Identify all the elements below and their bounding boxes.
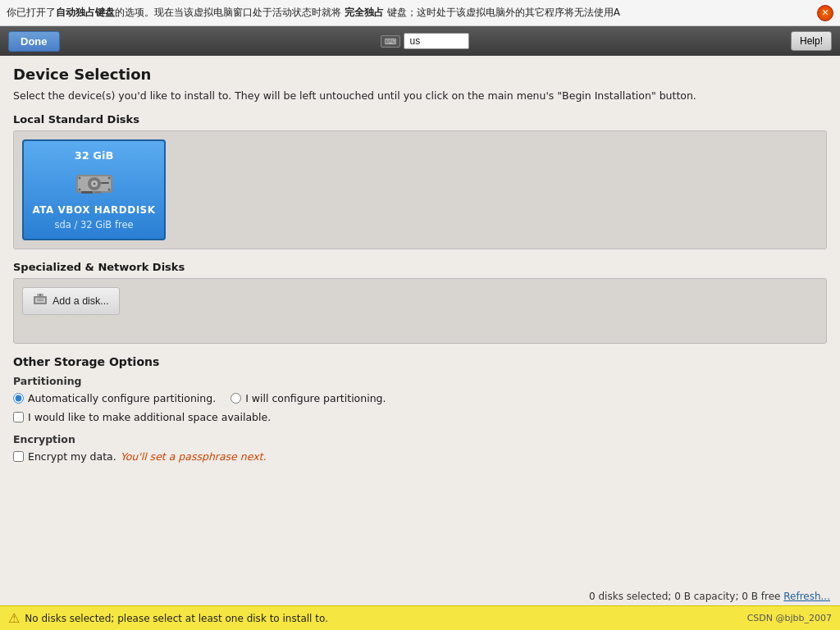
svg-point-4: [93, 183, 95, 185]
local-disks-label: Local Standard Disks: [13, 113, 827, 126]
warning-text: No disks selected; please select at leas…: [25, 613, 328, 624]
svg-rect-15: [37, 300, 43, 301]
svg-rect-7: [94, 191, 101, 194]
other-storage-title: Other Storage Options: [13, 355, 827, 368]
svg-rect-17: [39, 294, 41, 296]
svg-rect-14: [37, 299, 43, 299]
svg-point-9: [107, 177, 110, 180]
encryption-row: Encrypt my data. You'll set a passphrase…: [13, 450, 827, 463]
manual-partitioning-label: I will configure partitioning.: [245, 392, 386, 404]
done-button[interactable]: Done: [8, 31, 60, 52]
auto-partitioning-option[interactable]: Automatically configure partitioning.: [13, 392, 216, 404]
svg-point-8: [78, 177, 80, 180]
auto-partitioning-radio[interactable]: [13, 393, 24, 404]
encrypt-note: You'll set a passphrase next.: [121, 450, 267, 463]
auto-partitioning-label: Automatically configure partitioning.: [28, 392, 216, 404]
encrypt-checkbox[interactable]: [13, 451, 24, 462]
network-disk-icon: [33, 293, 48, 306]
notification-bar: 你已打开了自动独占键盘的选项。现在当该虚拟电脑窗口处于活动状态时就将 完全独占 …: [0, 0, 840, 26]
disk-tile[interactable]: 32 GiB: [22, 139, 166, 240]
svg-point-11: [107, 189, 110, 191]
svg-rect-6: [81, 191, 93, 194]
watermark-text: CSDN @bjbb_2007: [747, 613, 832, 623]
add-disk-button[interactable]: Add a disk...: [22, 287, 120, 315]
manual-partitioning-radio[interactable]: [231, 393, 241, 404]
disk-size: 32 GiB: [32, 149, 156, 162]
additional-space-row: I would like to make additional space av…: [13, 411, 827, 423]
svg-rect-5: [101, 182, 109, 184]
language-selector: ⌨: [381, 33, 469, 49]
close-notification-button[interactable]: ✕: [817, 5, 833, 21]
add-disk-icon: [33, 293, 48, 309]
disk-icon-container: [32, 168, 156, 198]
svg-point-10: [78, 189, 80, 191]
warning-bar: ⚠ No disks selected; please select at le…: [0, 605, 840, 630]
help-button[interactable]: Help!: [791, 31, 832, 51]
additional-space-label: I would like to make additional space av…: [28, 411, 271, 423]
notification-text: 你已打开了自动独占键盘的选项。现在当该虚拟电脑窗口处于活动状态时就将 完全独占 …: [7, 6, 812, 20]
encryption-label: Encryption: [13, 433, 827, 445]
additional-space-checkbox[interactable]: [13, 412, 24, 422]
refresh-link[interactable]: Refresh...: [783, 591, 830, 602]
specialized-disks-area: Add a disk...: [13, 278, 827, 344]
keyboard-icon: ⌨: [381, 35, 400, 48]
manual-partitioning-option[interactable]: I will configure partitioning.: [231, 392, 386, 404]
harddisk-icon: [75, 168, 114, 198]
page-description: Select the device(s) you'd like to insta…: [13, 89, 827, 102]
language-input[interactable]: [404, 33, 469, 49]
disk-name: ATA VBOX HARDDISK: [32, 204, 156, 216]
status-text: 0 disks selected; 0 B capacity; 0 B free: [589, 591, 780, 602]
page-title: Device Selection: [13, 66, 827, 83]
status-bar: 0 disks selected; 0 B capacity; 0 B free…: [0, 587, 840, 605]
header-bar: Done ⌨ Help!: [0, 26, 840, 56]
main-content: Device Selection Select the device(s) yo…: [0, 56, 840, 472]
warning-left: ⚠ No disks selected; please select at le…: [8, 610, 328, 626]
add-disk-label: Add a disk...: [52, 295, 109, 307]
disk-path: sda / 32 GiB free: [32, 219, 156, 231]
partitioning-radio-row: Automatically configure partitioning. I …: [13, 392, 827, 404]
local-disks-area: 32 GiB: [13, 130, 827, 249]
encrypt-label: Encrypt my data.: [28, 450, 116, 463]
partitioning-label: Partitioning: [13, 375, 827, 387]
specialized-disks-label: Specialized & Network Disks: [13, 261, 827, 273]
warning-icon: ⚠: [8, 610, 20, 626]
